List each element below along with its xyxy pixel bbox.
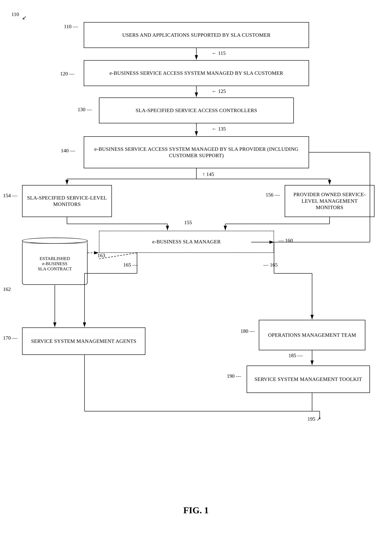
label-185: 185 — bbox=[289, 353, 303, 358]
box-130-text: SLA-SPECIFIED SERVICE ACCESS CONTROLLERS bbox=[136, 107, 257, 114]
label-154: 154 — bbox=[3, 193, 17, 198]
label-163: 163 bbox=[97, 253, 105, 258]
label-120: 120 — bbox=[60, 71, 74, 77]
box-140: e-BUSINESS SERVICE ACCESS SYSTEM MANAGED… bbox=[84, 136, 309, 168]
cylinder-body: ESTABLISHEDe-BUSINESSSLA CONTRACT bbox=[22, 243, 88, 285]
box-160: e-BUSINESS SLA MANAGER bbox=[99, 231, 274, 253]
box-130: SLA-SPECIFIED SERVICE ACCESS CONTROLLERS bbox=[99, 98, 294, 123]
box-156-text: PROVIDER OWNED SERVICE-LEVEL MANAGEMENT … bbox=[288, 191, 371, 211]
label-162: 162 bbox=[3, 286, 11, 292]
label-156: 156 — bbox=[266, 192, 280, 198]
box-170-text: SERVICE SYSTEM MANAGEMENT AGENTS bbox=[31, 338, 136, 344]
box-190-text: SERVICE SYSTEM MANAGEMENT TOOLKIT bbox=[255, 376, 362, 383]
box-110-text: USERS AND APPLICATIONS SUPPORTED BY SLA … bbox=[122, 32, 270, 38]
cylinder-162: ESTABLISHEDe-BUSINESSSLA CONTRACT bbox=[22, 238, 88, 285]
box-180-text: OPERATIONS MANAGEMENT TEAM bbox=[268, 332, 356, 338]
box-140-text: e-BUSINESS SERVICE ACCESS SYSTEM MANAGED… bbox=[87, 146, 306, 159]
label-140: 140 — bbox=[61, 148, 75, 154]
box-190: SERVICE SYSTEM MANAGEMENT TOOLKIT bbox=[247, 365, 370, 393]
box-160-text: e-BUSINESS SLA MANAGER bbox=[152, 239, 221, 245]
box-170: SERVICE SYSTEM MANAGEMENT AGENTS bbox=[22, 327, 145, 355]
cylinder-top bbox=[22, 238, 88, 244]
label-125: ← 125 bbox=[212, 88, 226, 94]
box-154-text: SLA-SPECIFIED SERVICE-LEVEL MONITORS bbox=[26, 195, 108, 208]
label-110: 110 — bbox=[64, 24, 78, 29]
label-170: 170 — bbox=[3, 335, 17, 341]
label-135: ← 135 bbox=[212, 126, 226, 132]
label-195: 195 ↗ bbox=[308, 416, 321, 422]
label-165-right: — 165 bbox=[263, 262, 278, 268]
label-115: ← 115 bbox=[212, 50, 226, 56]
box-120-text: e-BUSINESS SERVICE ACCESS SYSTEM MANAGED… bbox=[109, 70, 283, 77]
ref-100-arrow: ↙ bbox=[22, 14, 27, 21]
label-155: 155 bbox=[184, 220, 192, 225]
box-156: PROVIDER OWNED SERVICE-LEVEL MANAGEMENT … bbox=[285, 185, 374, 217]
box-120: e-BUSINESS SERVICE ACCESS SYSTEM MANAGED… bbox=[84, 60, 309, 86]
box-154: SLA-SPECIFIED SERVICE-LEVEL MONITORS bbox=[22, 185, 112, 217]
label-180: 180 — bbox=[241, 328, 255, 334]
label-165-left: 165 — bbox=[123, 262, 138, 268]
label-130: 130 — bbox=[78, 107, 92, 112]
label-190: 190 — bbox=[227, 373, 241, 379]
ref-100-label: 110 bbox=[11, 11, 19, 17]
figure-title: FIG. 1 bbox=[0, 505, 392, 515]
label-145: ↑ 145 bbox=[202, 171, 214, 177]
box-110: USERS AND APPLICATIONS SUPPORTED BY SLA … bbox=[84, 22, 309, 48]
box-180: OPERATIONS MANAGEMENT TEAM bbox=[259, 320, 365, 350]
label-160: — 160 bbox=[279, 238, 293, 243]
